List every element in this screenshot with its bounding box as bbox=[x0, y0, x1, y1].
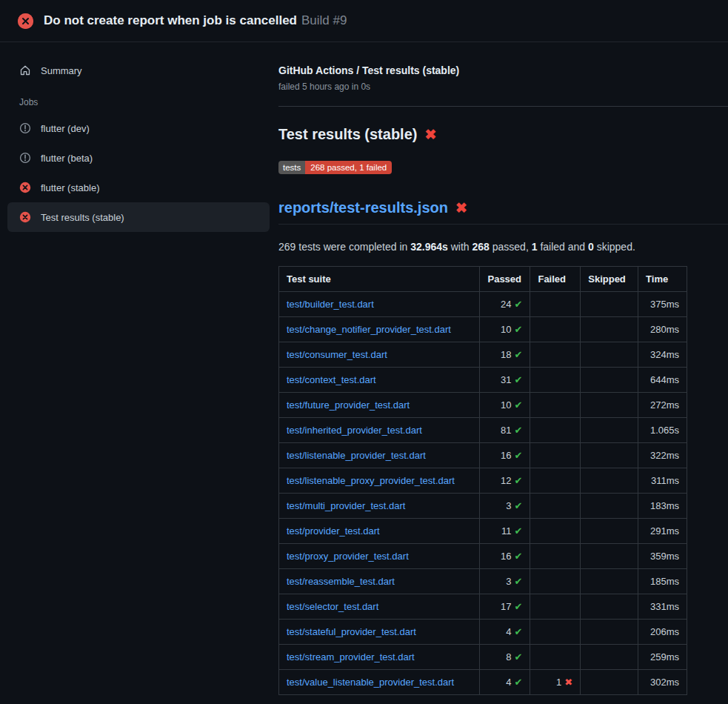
time-value: 375ms bbox=[638, 292, 687, 317]
time-value: 322ms bbox=[638, 443, 687, 468]
summary-line: 269 tests were completed in 32.964s with… bbox=[278, 241, 728, 253]
report-link[interactable]: reports/test-results.json bbox=[278, 199, 448, 216]
check-icon: ✔ bbox=[515, 576, 523, 587]
table-row: test/listenable_proxy_provider_test.dart… bbox=[279, 468, 687, 494]
summary-text: 269 tests were completed in bbox=[278, 241, 410, 253]
suite-link[interactable]: test/stateful_provider_test.dart bbox=[287, 626, 416, 637]
passed-count: 31 bbox=[501, 374, 511, 385]
time-value: 183ms bbox=[638, 494, 687, 519]
suite-link[interactable]: test/provider_test.dart bbox=[287, 525, 380, 537]
suite-link[interactable]: test/listenable_provider_test.dart bbox=[287, 450, 426, 461]
table-row: test/value_listenable_provider_test.dart… bbox=[279, 670, 687, 695]
sidebar-item-label: flutter (dev) bbox=[41, 123, 90, 134]
jobs-section-label: Jobs bbox=[7, 97, 270, 107]
time-value: 359ms bbox=[638, 544, 687, 569]
suite-link[interactable]: test/listenable_proxy_provider_test.dart bbox=[287, 475, 455, 486]
breadcrumb: GitHub Actions / Test results (stable) bbox=[278, 64, 728, 76]
failed-x-icon: ✖ bbox=[424, 127, 436, 142]
skipped-count bbox=[581, 620, 638, 645]
time-value: 291ms bbox=[638, 519, 687, 544]
check-icon: ✔ bbox=[515, 677, 523, 688]
suite-link[interactable]: test/consumer_test.dart bbox=[287, 349, 387, 360]
suite-link[interactable]: test/inherited_provider_test.dart bbox=[287, 425, 422, 436]
skipped-count bbox=[581, 368, 638, 393]
summary-text: passed, bbox=[490, 241, 532, 253]
suite-link[interactable]: test/change_notifier_provider_test.dart bbox=[287, 324, 451, 335]
sidebar-item-flutter-beta[interactable]: flutter (beta) bbox=[7, 143, 270, 173]
time-value: 272ms bbox=[638, 393, 687, 418]
suite-link[interactable]: test/reassemble_test.dart bbox=[287, 576, 395, 587]
skipped-count bbox=[581, 519, 638, 544]
passed-count: 18 bbox=[501, 349, 511, 360]
suite-link[interactable]: test/proxy_provider_test.dart bbox=[287, 551, 409, 562]
time-value: 331ms bbox=[638, 594, 687, 620]
sidebar-item-label: flutter (stable) bbox=[41, 182, 99, 193]
passed-count: 11 bbox=[501, 525, 512, 537]
summary-passed-count: 268 bbox=[472, 241, 490, 253]
table-row: test/stateful_provider_test.dart 4✔ 206m… bbox=[279, 620, 687, 645]
skipped-count bbox=[581, 342, 638, 368]
check-icon: ✔ bbox=[515, 651, 523, 663]
run-status-line: failed 5 hours ago in 0s bbox=[278, 82, 728, 92]
time-value: 206ms bbox=[638, 620, 687, 645]
suite-link[interactable]: test/builder_test.dart bbox=[287, 299, 374, 310]
section-title-text: Test results (stable) bbox=[278, 126, 417, 143]
check-icon: ✔ bbox=[515, 425, 523, 436]
summary-text: with bbox=[448, 241, 472, 253]
divider bbox=[278, 106, 728, 107]
table-header-row: Test suite Passed Failed Skipped Time bbox=[279, 267, 687, 292]
check-icon: ✔ bbox=[515, 399, 523, 411]
summary-skipped-count: 0 bbox=[588, 241, 594, 253]
sidebar-item-label: Test results (stable) bbox=[41, 212, 124, 223]
table-row: test/context_test.dart 31✔ 644ms bbox=[279, 368, 687, 393]
sidebar-item-summary[interactable]: Summary bbox=[7, 56, 270, 85]
sidebar: Summary Jobs flutter (dev) flutter (beta… bbox=[0, 42, 278, 232]
sidebar-item-test-results-stable[interactable]: Test results (stable) bbox=[7, 202, 270, 232]
skipped-count bbox=[581, 645, 638, 670]
passed-count: 10 bbox=[501, 324, 511, 335]
suite-link[interactable]: test/stream_provider_test.dart bbox=[287, 651, 415, 663]
badge-label: tests bbox=[278, 161, 305, 174]
suite-link[interactable]: test/multi_provider_test.dart bbox=[287, 500, 405, 511]
skipped-count bbox=[581, 494, 638, 519]
time-value: 1.065s bbox=[638, 418, 687, 443]
x-icon: ✖ bbox=[564, 677, 572, 688]
passed-count: 16 bbox=[501, 551, 511, 562]
column-header-time: Time bbox=[638, 267, 687, 292]
x-circle-icon bbox=[19, 211, 31, 223]
time-value: 311ms bbox=[638, 468, 687, 494]
passed-count: 10 bbox=[501, 399, 511, 411]
summary-text: failed and bbox=[538, 241, 589, 253]
skipped-count bbox=[581, 670, 638, 695]
table-row: test/reassemble_test.dart 3✔ 185ms bbox=[279, 569, 687, 594]
sidebar-item-flutter-stable[interactable]: flutter (stable) bbox=[7, 173, 270, 202]
warning-circle-icon bbox=[19, 122, 31, 134]
column-header-failed: Failed bbox=[530, 267, 581, 292]
warning-circle-icon bbox=[19, 152, 31, 164]
suite-link[interactable]: test/context_test.dart bbox=[287, 374, 376, 385]
sidebar-item-label: Summary bbox=[41, 65, 82, 76]
column-header-test-suite: Test suite bbox=[279, 267, 480, 292]
check-icon: ✔ bbox=[515, 551, 523, 562]
skipped-count bbox=[581, 544, 638, 569]
suite-link[interactable]: test/selector_test.dart bbox=[287, 601, 378, 612]
passed-count: 3 bbox=[506, 500, 511, 511]
skipped-count bbox=[581, 292, 638, 317]
summary-duration: 32.964s bbox=[410, 241, 448, 253]
check-icon: ✔ bbox=[515, 475, 523, 486]
table-row: test/stream_provider_test.dart 8✔ 259ms bbox=[279, 645, 687, 670]
suite-link[interactable]: test/value_listenable_provider_test.dart bbox=[287, 677, 454, 688]
skipped-count bbox=[581, 594, 638, 620]
skipped-count bbox=[581, 569, 638, 594]
suite-link[interactable]: test/future_provider_test.dart bbox=[287, 399, 410, 411]
check-icon: ✔ bbox=[515, 450, 523, 461]
failed-count: 1 bbox=[556, 677, 561, 688]
passed-count: 24 bbox=[501, 299, 511, 310]
passed-count: 81 bbox=[501, 425, 511, 436]
table-row: test/selector_test.dart 17✔ 331ms bbox=[279, 594, 687, 620]
time-value: 644ms bbox=[638, 368, 687, 393]
table-row: test/inherited_provider_test.dart 81✔ 1.… bbox=[279, 418, 687, 443]
results-table: Test suite Passed Failed Skipped Time te… bbox=[278, 266, 687, 695]
sidebar-item-flutter-dev[interactable]: flutter (dev) bbox=[7, 113, 270, 143]
badge-value: 268 passed, 1 failed bbox=[305, 161, 392, 174]
